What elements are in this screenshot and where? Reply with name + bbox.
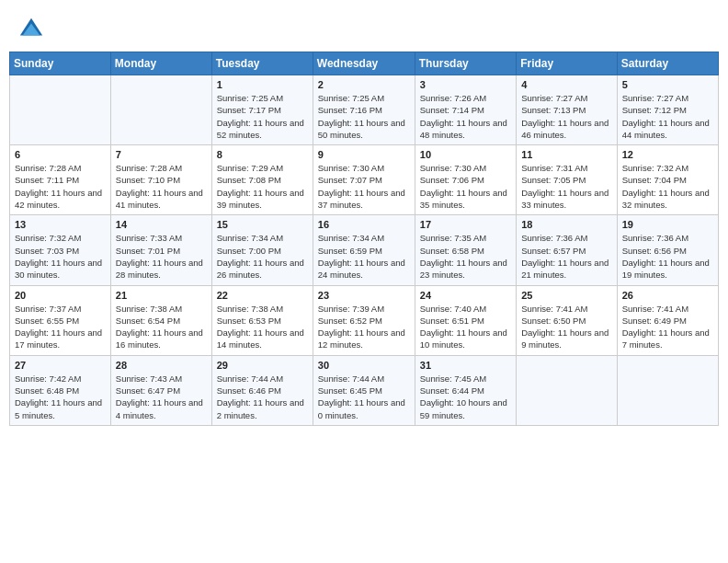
day-info: Sunrise: 7:40 AM Sunset: 6:51 PM Dayligh…	[420, 303, 511, 351]
calendar-cell: 25Sunrise: 7:41 AM Sunset: 6:50 PM Dayli…	[517, 285, 618, 355]
calendar-week-row: 6Sunrise: 7:28 AM Sunset: 7:11 PM Daylig…	[10, 145, 719, 215]
page-header	[9, 9, 719, 46]
day-number: 16	[318, 219, 410, 230]
day-number: 11	[521, 149, 612, 160]
day-info: Sunrise: 7:38 AM Sunset: 6:53 PM Dayligh…	[217, 303, 308, 351]
calendar-cell: 18Sunrise: 7:36 AM Sunset: 6:57 PM Dayli…	[517, 215, 618, 285]
calendar-cell: 28Sunrise: 7:43 AM Sunset: 6:47 PM Dayli…	[110, 355, 211, 425]
calendar-cell	[10, 75, 111, 145]
calendar-cell: 24Sunrise: 7:40 AM Sunset: 6:51 PM Dayli…	[415, 285, 516, 355]
logo	[18, 17, 48, 42]
day-info: Sunrise: 7:28 AM Sunset: 7:10 PM Dayligh…	[116, 162, 207, 211]
day-number: 27	[15, 360, 106, 371]
day-number: 24	[420, 290, 511, 301]
col-header-monday: Monday	[110, 52, 211, 75]
day-info: Sunrise: 7:35 AM Sunset: 6:58 PM Dayligh…	[420, 232, 511, 281]
calendar-cell: 11Sunrise: 7:31 AM Sunset: 7:05 PM Dayli…	[517, 145, 618, 215]
day-number: 22	[217, 290, 308, 301]
calendar-week-row: 13Sunrise: 7:32 AM Sunset: 7:03 PM Dayli…	[10, 215, 719, 285]
day-info: Sunrise: 7:25 AM Sunset: 7:16 PM Dayligh…	[318, 92, 410, 141]
day-number: 13	[15, 219, 106, 230]
col-header-thursday: Thursday	[415, 52, 516, 75]
col-header-wednesday: Wednesday	[313, 52, 415, 75]
calendar-cell: 21Sunrise: 7:38 AM Sunset: 6:54 PM Dayli…	[110, 285, 211, 355]
day-number: 7	[116, 149, 207, 160]
day-info: Sunrise: 7:36 AM Sunset: 6:56 PM Dayligh…	[622, 232, 713, 281]
day-info: Sunrise: 7:34 AM Sunset: 7:00 PM Dayligh…	[217, 232, 308, 281]
day-number: 3	[420, 79, 511, 90]
calendar-table: SundayMondayTuesdayWednesdayThursdayFrid…	[9, 52, 719, 426]
day-info: Sunrise: 7:45 AM Sunset: 6:44 PM Dayligh…	[420, 373, 511, 421]
calendar-cell: 6Sunrise: 7:28 AM Sunset: 7:11 PM Daylig…	[10, 145, 111, 215]
day-info: Sunrise: 7:31 AM Sunset: 7:05 PM Dayligh…	[521, 162, 612, 211]
day-number: 18	[521, 219, 612, 230]
day-info: Sunrise: 7:27 AM Sunset: 7:12 PM Dayligh…	[622, 92, 713, 141]
day-number: 19	[622, 219, 713, 230]
day-number: 6	[15, 149, 106, 160]
day-number: 2	[318, 79, 410, 90]
day-info: Sunrise: 7:38 AM Sunset: 6:54 PM Dayligh…	[116, 303, 207, 351]
day-info: Sunrise: 7:43 AM Sunset: 6:47 PM Dayligh…	[116, 373, 207, 421]
day-info: Sunrise: 7:42 AM Sunset: 6:48 PM Dayligh…	[15, 373, 106, 421]
day-info: Sunrise: 7:29 AM Sunset: 7:08 PM Dayligh…	[217, 162, 308, 211]
calendar-header-row: SundayMondayTuesdayWednesdayThursdayFrid…	[10, 52, 719, 75]
calendar-cell: 10Sunrise: 7:30 AM Sunset: 7:06 PM Dayli…	[415, 145, 516, 215]
calendar-cell: 31Sunrise: 7:45 AM Sunset: 6:44 PM Dayli…	[415, 355, 516, 425]
day-number: 30	[318, 360, 410, 371]
day-info: Sunrise: 7:41 AM Sunset: 6:50 PM Dayligh…	[521, 303, 612, 351]
day-number: 23	[318, 290, 410, 301]
calendar-cell: 22Sunrise: 7:38 AM Sunset: 6:53 PM Dayli…	[211, 285, 313, 355]
calendar-cell: 29Sunrise: 7:44 AM Sunset: 6:46 PM Dayli…	[211, 355, 313, 425]
logo-icon	[18, 17, 44, 42]
day-number: 10	[420, 149, 511, 160]
day-number: 31	[420, 360, 511, 371]
day-number: 1	[217, 79, 308, 90]
day-info: Sunrise: 7:41 AM Sunset: 6:49 PM Dayligh…	[622, 303, 713, 351]
calendar-cell: 5Sunrise: 7:27 AM Sunset: 7:12 PM Daylig…	[617, 75, 718, 145]
day-number: 17	[420, 219, 511, 230]
day-info: Sunrise: 7:44 AM Sunset: 6:45 PM Dayligh…	[318, 373, 410, 421]
day-info: Sunrise: 7:30 AM Sunset: 7:06 PM Dayligh…	[420, 162, 511, 211]
calendar-week-row: 20Sunrise: 7:37 AM Sunset: 6:55 PM Dayli…	[10, 285, 719, 355]
day-number: 15	[217, 219, 308, 230]
day-number: 12	[622, 149, 713, 160]
calendar-cell	[617, 355, 718, 425]
day-number: 21	[116, 290, 207, 301]
day-number: 25	[521, 290, 612, 301]
calendar-cell: 17Sunrise: 7:35 AM Sunset: 6:58 PM Dayli…	[415, 215, 516, 285]
day-info: Sunrise: 7:30 AM Sunset: 7:07 PM Dayligh…	[318, 162, 410, 211]
col-header-sunday: Sunday	[10, 52, 111, 75]
day-info: Sunrise: 7:32 AM Sunset: 7:03 PM Dayligh…	[15, 232, 106, 281]
day-info: Sunrise: 7:25 AM Sunset: 7:17 PM Dayligh…	[217, 92, 308, 141]
day-number: 20	[15, 290, 106, 301]
day-number: 29	[217, 360, 308, 371]
day-info: Sunrise: 7:27 AM Sunset: 7:13 PM Dayligh…	[521, 92, 612, 141]
day-info: Sunrise: 7:39 AM Sunset: 6:52 PM Dayligh…	[318, 303, 410, 351]
day-info: Sunrise: 7:37 AM Sunset: 6:55 PM Dayligh…	[15, 303, 106, 351]
day-info: Sunrise: 7:26 AM Sunset: 7:14 PM Dayligh…	[420, 92, 511, 141]
calendar-cell: 2Sunrise: 7:25 AM Sunset: 7:16 PM Daylig…	[313, 75, 415, 145]
calendar-cell: 23Sunrise: 7:39 AM Sunset: 6:52 PM Dayli…	[313, 285, 415, 355]
calendar-cell: 20Sunrise: 7:37 AM Sunset: 6:55 PM Dayli…	[10, 285, 111, 355]
day-info: Sunrise: 7:36 AM Sunset: 6:57 PM Dayligh…	[521, 232, 612, 281]
calendar-cell: 1Sunrise: 7:25 AM Sunset: 7:17 PM Daylig…	[211, 75, 313, 145]
calendar-cell: 9Sunrise: 7:30 AM Sunset: 7:07 PM Daylig…	[313, 145, 415, 215]
calendar-cell: 15Sunrise: 7:34 AM Sunset: 7:00 PM Dayli…	[211, 215, 313, 285]
calendar-cell: 16Sunrise: 7:34 AM Sunset: 6:59 PM Dayli…	[313, 215, 415, 285]
col-header-tuesday: Tuesday	[211, 52, 313, 75]
calendar-cell: 12Sunrise: 7:32 AM Sunset: 7:04 PM Dayli…	[617, 145, 718, 215]
calendar-cell: 27Sunrise: 7:42 AM Sunset: 6:48 PM Dayli…	[10, 355, 111, 425]
col-header-saturday: Saturday	[617, 52, 718, 75]
calendar-cell: 8Sunrise: 7:29 AM Sunset: 7:08 PM Daylig…	[211, 145, 313, 215]
day-number: 28	[116, 360, 207, 371]
day-info: Sunrise: 7:28 AM Sunset: 7:11 PM Dayligh…	[15, 162, 106, 211]
day-info: Sunrise: 7:32 AM Sunset: 7:04 PM Dayligh…	[622, 162, 713, 211]
day-number: 9	[318, 149, 410, 160]
calendar-cell: 3Sunrise: 7:26 AM Sunset: 7:14 PM Daylig…	[415, 75, 516, 145]
day-info: Sunrise: 7:34 AM Sunset: 6:59 PM Dayligh…	[318, 232, 410, 281]
day-info: Sunrise: 7:33 AM Sunset: 7:01 PM Dayligh…	[116, 232, 207, 281]
calendar-cell: 19Sunrise: 7:36 AM Sunset: 6:56 PM Dayli…	[617, 215, 718, 285]
day-number: 14	[116, 219, 207, 230]
day-number: 26	[622, 290, 713, 301]
day-number: 8	[217, 149, 308, 160]
